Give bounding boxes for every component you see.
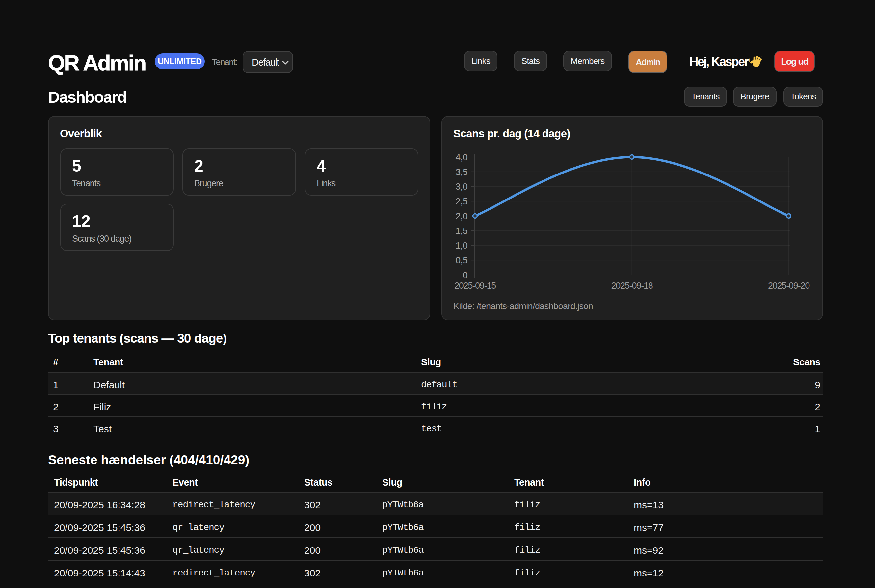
svg-text:2,0: 2,0 <box>455 211 467 221</box>
svg-text:2025-09-20: 2025-09-20 <box>768 281 809 291</box>
svg-text:1,5: 1,5 <box>455 226 467 236</box>
svg-text:0: 0 <box>463 270 467 280</box>
svg-text:3,5: 3,5 <box>455 167 467 177</box>
svg-text:0,5: 0,5 <box>455 255 467 266</box>
svg-text:2,5: 2,5 <box>455 196 467 206</box>
svg-text:3,0: 3,0 <box>455 182 467 192</box>
svg-text:Kilde: /tenants-admin/dashboar: Kilde: /tenants-admin/dashboard.json <box>453 301 593 311</box>
svg-text:1,0: 1,0 <box>455 240 467 250</box>
svg-text:4,0: 4,0 <box>455 152 467 162</box>
svg-text:2025-09-18: 2025-09-18 <box>611 281 652 291</box>
svg-text:2025-09-15: 2025-09-15 <box>454 281 496 291</box>
